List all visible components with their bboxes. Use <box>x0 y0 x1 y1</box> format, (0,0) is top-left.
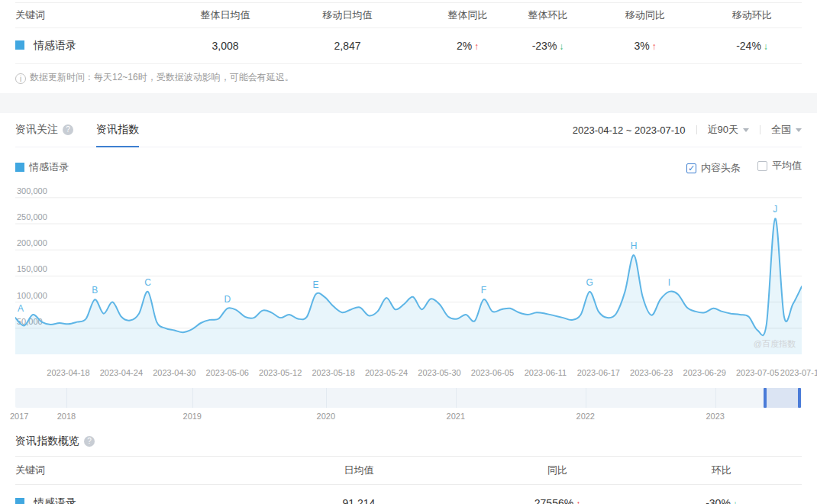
tab-label: 资讯关注 <box>15 123 58 137</box>
region-value: 全国 <box>771 123 791 137</box>
keyword-summary-table: 关键词 整体日均值 移动日均值 整体同比 整体环比 移动同比 移动环比 情感语录… <box>15 2 802 64</box>
help-icon[interactable]: ? <box>63 124 73 135</box>
overview-header-row: 关键词 日均值 同比 环比 <box>15 457 802 485</box>
chevron-down-icon <box>796 128 802 132</box>
timeline-years: 2017201820192020202120222023 <box>15 410 802 424</box>
slider-handle-right[interactable] <box>798 388 801 408</box>
col-header-mobile-daily-avg: 移动日均值 <box>267 3 428 28</box>
year-label: 2020 <box>317 412 335 421</box>
point-label: C <box>144 277 151 288</box>
mobile-yoy-value: 3% <box>634 40 649 52</box>
y-axis-label: 150,000 <box>17 264 47 273</box>
chart-option-checkbox[interactable]: 平均值 <box>757 159 802 173</box>
x-axis-label: 2023-07-10 <box>780 368 817 377</box>
col-header-mobile-mom: 移动环比 <box>702 3 802 28</box>
col-header-keyword: 关键词 <box>15 3 183 28</box>
area-fill <box>15 218 802 354</box>
point-label: E <box>312 279 318 290</box>
trend-down-icon: ↓ <box>559 41 564 52</box>
point-label: H <box>631 241 638 251</box>
timeline-tick <box>66 388 67 408</box>
series-color-swatch <box>15 163 24 172</box>
daily-avg-value: 91,214 <box>343 497 376 504</box>
info-icon: i <box>15 73 26 84</box>
checkbox-label: 平均值 <box>772 159 802 173</box>
checkbox-checked-icon[interactable]: ✓ <box>686 163 696 173</box>
trend-chart: 300,000250,000200,000150,000100,00050,00… <box>15 182 802 381</box>
x-axis-label: 2023-04-18 <box>47 368 89 377</box>
col-header-daily-avg: 日均值 <box>244 457 473 485</box>
x-axis-label: 2023-05-24 <box>365 368 408 377</box>
tab-news-index[interactable]: 资讯指数 <box>96 113 139 147</box>
y-axis-label: 200,000 <box>17 238 47 247</box>
point-label: I <box>668 277 670 288</box>
series-color-swatch <box>15 40 24 50</box>
checkbox-unchecked-icon[interactable] <box>757 161 767 171</box>
keyword-summary-section: 关键词 整体日均值 移动日均值 整体同比 整体环比 移动同比 移动环比 情感语录… <box>0 2 817 84</box>
trend-down-icon: ↓ <box>733 499 738 504</box>
timeline-tick <box>715 388 716 408</box>
legend-row: 情感语录 ✓内容头条平均值 <box>15 147 802 182</box>
x-axis-label: 2023-07-05 <box>736 368 779 377</box>
overall-daily-avg-value: 3,008 <box>212 40 238 52</box>
time-range-value: 近90天 <box>708 123 738 137</box>
mobile-daily-avg-value: 2,847 <box>334 40 360 52</box>
slider-handle-left[interactable] <box>764 388 767 408</box>
series-legend: 情感语录 <box>15 160 69 174</box>
year-label: 2018 <box>57 412 76 421</box>
timeline-slider: 2017201820192020202120222023 <box>15 388 802 424</box>
mom-value: -30% <box>706 497 731 504</box>
overview-title: 资讯指数概览 <box>15 435 79 448</box>
x-axis-label: 2023-05-06 <box>206 368 249 377</box>
trend-up-icon: ↑ <box>474 41 479 52</box>
tab-bar: 资讯关注 ? 资讯指数 2023-04-12 ~ 2023-07-10 近90天… <box>15 113 802 147</box>
x-axis-label: 2023-06-23 <box>630 368 673 377</box>
divider <box>696 125 697 134</box>
overview-data-row: 情感语录 91,214 27556%↑ -30%↓ <box>15 485 802 504</box>
point-label: D <box>224 294 231 305</box>
x-axis-label: 2023-06-05 <box>471 368 514 377</box>
year-label: 2019 <box>183 412 202 421</box>
tab-news-attention[interactable]: 资讯关注 ? <box>15 113 73 147</box>
timeline-tick <box>586 388 586 408</box>
summary-data-row: 情感语录 3,008 2,847 2%↑ -23%↓ 3%↑ -24%↓ <box>15 28 802 64</box>
region-select[interactable]: 全国 <box>771 123 802 137</box>
baidu-index-page: 关键词 整体日均值 移动日均值 整体同比 整体环比 移动同比 移动环比 情感语录… <box>0 2 817 504</box>
watermark: @百度指数 <box>754 339 796 348</box>
col-header-mom: 环比 <box>641 457 802 485</box>
trend-up-icon: ↑ <box>576 499 580 504</box>
yoy-value: 27556% <box>534 497 573 504</box>
series-color-swatch <box>15 498 24 504</box>
col-header-overall-daily-avg: 整体日均值 <box>183 3 267 28</box>
col-header-keyword: 关键词 <box>15 457 244 485</box>
point-label: A <box>18 303 24 314</box>
timeline-tick <box>326 388 327 408</box>
point-label: J <box>773 204 777 215</box>
time-range-select[interactable]: 近90天 <box>708 123 749 137</box>
col-header-mobile-yoy: 移动同比 <box>588 3 702 28</box>
x-axis-label: 2023-05-30 <box>418 368 460 377</box>
note-text: 数据更新时间：每天12~16时，受数据波动影响，可能会有延迟。 <box>30 72 294 82</box>
divider <box>760 125 760 134</box>
point-label: G <box>586 277 593 288</box>
keyword-label: 情感语录 <box>34 496 76 504</box>
y-axis-label: 100,000 <box>17 291 47 300</box>
y-axis-label: 300,000 <box>17 186 47 195</box>
point-label: F <box>481 285 486 296</box>
point-label: B <box>92 285 98 296</box>
timeline-track[interactable] <box>15 388 802 408</box>
summary-header-row: 关键词 整体日均值 移动日均值 整体同比 整体环比 移动同比 移动环比 <box>15 3 802 28</box>
data-update-note: i数据更新时间：每天12~16时，受数据波动影响，可能会有延迟。 <box>15 71 802 84</box>
section-divider <box>0 93 817 113</box>
slider-selection[interactable] <box>765 388 799 408</box>
x-axis-label: 2023-04-30 <box>153 368 195 377</box>
overall-mom-value: -23% <box>532 40 557 52</box>
overview-table: 关键词 日均值 同比 环比 情感语录 91,214 2755 <box>15 456 802 504</box>
year-label: 2023 <box>706 412 724 421</box>
help-icon[interactable]: ? <box>84 436 95 447</box>
timeline-tick <box>456 388 457 408</box>
chart-option-checkbox[interactable]: ✓内容头条 <box>686 161 741 175</box>
chart-canvas[interactable]: 300,000250,000200,000150,000100,00050,00… <box>15 182 802 363</box>
overview-title-row: 资讯指数概览 ? <box>15 435 802 448</box>
x-axis-label: 2023-05-18 <box>312 368 354 377</box>
